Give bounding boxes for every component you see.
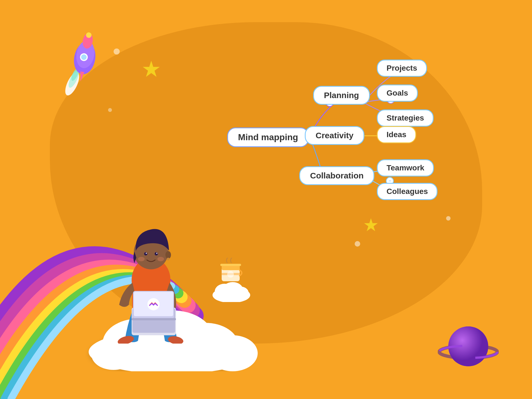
svg-point-31: [144, 252, 147, 255]
strategies-label: Strategies: [387, 114, 424, 122]
projects-label: Projects: [387, 64, 417, 72]
planning-label: Planning: [324, 91, 359, 100]
coffee-cup: [219, 258, 242, 288]
mindmap-center-label: Mind mapping: [238, 132, 298, 142]
person-illustration: [91, 200, 213, 344]
svg-point-34: [156, 253, 157, 254]
star-small: ★: [363, 216, 379, 234]
dot-4: [446, 216, 451, 221]
svg-point-35: [138, 257, 145, 261]
colleagues-label: Colleagues: [387, 187, 428, 196]
ideas-label: Ideas: [387, 130, 406, 139]
mindmap-teamwork-node[interactable]: Teamwork: [377, 159, 434, 177]
mindmap-colleagues-node[interactable]: Colleagues: [377, 183, 438, 200]
collaboration-label: Collaboration: [310, 171, 364, 180]
mindmap-goals-node[interactable]: Goals: [377, 85, 418, 102]
svg-point-17: [91, 339, 136, 370]
mindmap-strategies-node[interactable]: Strategies: [377, 109, 434, 127]
svg-rect-24: [220, 264, 241, 266]
svg-rect-44: [132, 318, 176, 320]
mindmap-projects-node[interactable]: Projects: [377, 60, 427, 77]
mindmap-center-node[interactable]: Mind mapping: [227, 127, 309, 147]
mindmap-creativity-node[interactable]: Creativity: [305, 126, 364, 145]
creativity-label: Creativity: [316, 131, 354, 140]
mindmap-collaboration-node[interactable]: Collaboration: [299, 166, 374, 185]
svg-point-16: [208, 335, 258, 371]
svg-point-29: [165, 251, 171, 259]
mindmap-ideas-node[interactable]: Ideas: [377, 126, 416, 143]
planet: [438, 316, 499, 377]
svg-point-36: [157, 257, 164, 261]
dot-2: [108, 108, 112, 112]
dot-3: [355, 241, 360, 247]
svg-point-30: [167, 258, 170, 260]
star-large: ★: [141, 58, 161, 80]
mindmap-container: − − − − − − Mind mapping Planning Creati…: [200, 44, 449, 211]
svg-point-32: [146, 253, 147, 254]
goals-label: Goals: [387, 89, 408, 97]
svg-point-33: [155, 252, 158, 255]
dot-1: [114, 48, 120, 55]
svg-point-26: [227, 271, 234, 278]
svg-point-21: [232, 287, 249, 299]
mindmap-planning-node[interactable]: Planning: [313, 86, 370, 105]
teamwork-label: Teamwork: [387, 163, 424, 172]
svg-text:−: −: [388, 178, 391, 183]
